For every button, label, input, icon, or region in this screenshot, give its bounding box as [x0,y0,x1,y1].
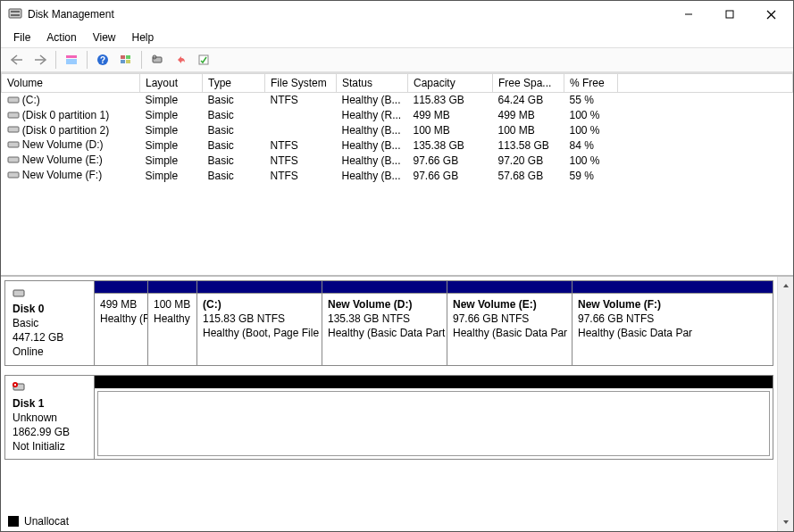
svg-rect-0 [9,9,21,18]
menu-file[interactable]: File [6,29,38,46]
menu-action[interactable]: Action [39,29,83,46]
disk-header[interactable]: Disk 0Basic447.12 GBOnline [5,281,95,365]
disk-header[interactable]: Disk 1Unknown1862.99 GBNot Initializ [5,376,95,460]
column-header[interactable]: % Free [564,74,618,93]
volume-row[interactable]: New Volume (D:)SimpleBasicNTFSHealthy (B… [2,137,793,153]
unallocated-space[interactable] [95,376,773,460]
titlebar[interactable]: Disk Management [1,1,793,28]
svg-rect-14 [126,55,130,59]
disk-management-window: Disk Management File Action View Help ? … [0,0,794,532]
toolbar-separator [55,51,56,69]
column-header[interactable]: File System [265,74,337,93]
forward-button[interactable] [29,50,51,70]
svg-rect-22 [8,127,19,132]
column-header[interactable]: Type [203,74,265,93]
volume-row[interactable]: (Disk 0 partition 1)SimpleBasicHealthy (… [2,108,793,123]
partition[interactable]: 100 MBHealthy [148,281,197,365]
partition[interactable]: New Volume (F:)97.66 GB NTFSHealthy (Bas… [573,281,773,365]
volume-row[interactable]: (Disk 0 partition 2)SimpleBasicHealthy (… [2,123,793,138]
legend: Unallocat [8,515,69,528]
volume-icon [7,95,20,107]
undo-button[interactable] [170,50,191,70]
details-view-button[interactable] [61,50,82,70]
volume-icon [7,139,20,152]
svg-rect-9 [66,55,77,58]
toolbar-separator [87,51,88,69]
window-title: Disk Management [28,8,668,21]
disk-row[interactable]: Disk 0Basic447.12 GBOnline499 MBHealthy … [4,280,773,366]
legend-label: Unallocat [24,515,69,528]
svg-rect-16 [126,60,130,63]
partitions [95,376,773,460]
svg-rect-17 [153,57,162,62]
svg-rect-19 [199,55,208,64]
close-button[interactable] [750,1,791,28]
partition[interactable]: New Volume (D:)135.38 GB NTFSHealthy (Ba… [322,281,447,365]
svg-rect-20 [8,97,19,103]
disk-icon [13,381,25,395]
svg-rect-25 [8,172,19,178]
disk-map[interactable]: Disk 0Basic447.12 GBOnline499 MBHealthy … [1,277,777,531]
volume-row[interactable]: New Volume (E:)SimpleBasicNTFSHealthy (B… [2,153,793,168]
column-header[interactable]: Status [337,74,408,93]
menu-view[interactable]: View [86,29,123,46]
svg-rect-10 [66,59,77,64]
volume-icon [7,124,20,137]
svg-rect-26 [13,290,24,296]
app-icon [8,6,22,23]
column-header[interactable]: Capacity [408,74,493,93]
properties-button[interactable] [193,50,214,70]
column-header[interactable]: Volume [2,74,140,93]
svg-rect-23 [8,142,19,147]
partition[interactable]: (C:)115.83 GB NTFSHealthy (Boot, Page Fi… [197,281,322,365]
column-header[interactable]: Free Spa... [493,74,564,93]
column-header[interactable]: Layout [140,74,203,93]
window-controls [668,1,791,28]
legend-swatch-unallocated [8,516,19,527]
toolbar-separator [141,51,142,69]
menu-help[interactable]: Help [125,29,162,46]
svg-rect-4 [726,11,733,18]
volume-table: VolumeLayoutTypeFile SystemStatusCapacit… [1,73,793,183]
svg-rect-1 [11,11,20,12]
partitions: 499 MBHealthy (Re100 MBHealthy(C:)115.83… [95,281,773,365]
svg-rect-2 [11,14,20,16]
volume-row[interactable]: New Volume (F:)SimpleBasicNTFSHealthy (B… [2,168,793,183]
vertical-scrollbar[interactable] [777,277,793,531]
volume-list-pane[interactable]: VolumeLayoutTypeFile SystemStatusCapacit… [1,73,793,277]
refresh-button[interactable] [115,50,137,70]
toolbar: ? [1,47,793,72]
volume-row[interactable]: (C:)SimpleBasicNTFSHealthy (B...115.83 G… [2,93,793,108]
disk-map-pane: Disk 0Basic447.12 GBOnline499 MBHealthy … [1,277,793,531]
minimize-button[interactable] [668,1,709,28]
volume-icon [7,170,20,182]
svg-rect-21 [8,112,19,118]
rescan-button[interactable] [146,50,168,70]
svg-rect-24 [8,157,19,162]
partition[interactable]: New Volume (E:)97.66 GB NTFSHealthy (Bas… [447,281,573,365]
menubar: File Action View Help [1,28,793,47]
scroll-down-icon[interactable] [779,515,793,529]
disk-row[interactable]: Disk 1Unknown1862.99 GBNot Initializ [4,375,773,461]
scroll-up-icon[interactable] [779,278,793,293]
content-area: VolumeLayoutTypeFile SystemStatusCapacit… [1,72,793,531]
svg-rect-15 [121,60,125,63]
partition[interactable]: 499 MBHealthy (Re [95,281,148,365]
back-button[interactable] [6,50,28,70]
help-button[interactable]: ? [92,50,113,70]
disk-icon [13,287,25,302]
volume-icon [7,110,20,122]
svg-rect-13 [121,55,125,59]
maximize-button[interactable] [709,1,750,28]
svg-text:?: ? [100,55,105,65]
volume-icon [7,154,20,167]
